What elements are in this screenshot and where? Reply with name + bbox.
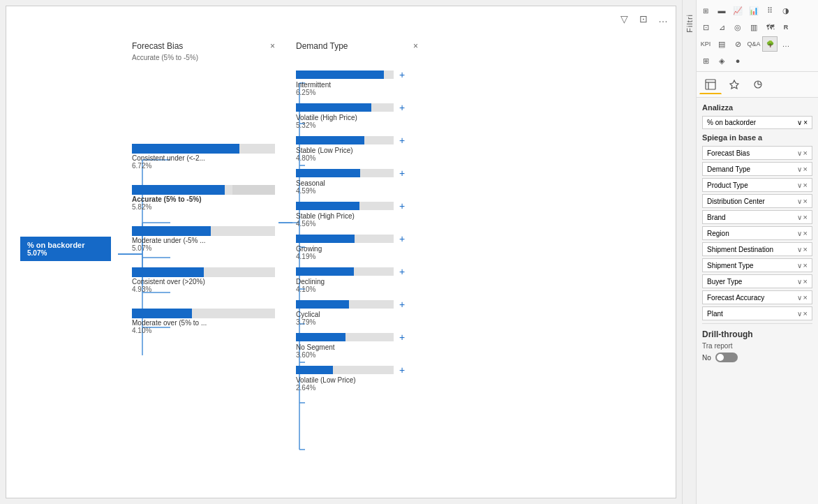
tab-format[interactable] <box>723 75 745 94</box>
clear-icon[interactable]: × <box>803 119 808 126</box>
remove-field-icon[interactable]: × <box>803 277 808 286</box>
sidebar-icon-map[interactable]: 🗺 <box>762 20 778 35</box>
filter-field-product-type[interactable]: Product Type ∨ × <box>702 178 812 192</box>
filtri-label[interactable]: Filtri <box>685 14 694 33</box>
toggle-switch[interactable] <box>715 353 738 362</box>
remove-field-icon[interactable]: × <box>803 181 808 189</box>
demand-item[interactable]: + Growing 4.19% <box>296 233 418 260</box>
demand-label: Seasonal <box>296 179 418 187</box>
demand-expand-icon[interactable]: + <box>399 332 405 343</box>
sidebar-icon-custom3[interactable]: ● <box>730 53 745 68</box>
sidebar-icon-more2[interactable]: … <box>778 36 794 52</box>
demand-item[interactable]: + Cyclical 3.79% <box>296 299 418 326</box>
demand-expand-icon[interactable]: + <box>399 299 405 310</box>
remove-field-icon[interactable]: × <box>803 245 808 253</box>
sidebar-icon-line[interactable]: 📈 <box>730 3 745 18</box>
demand-item[interactable]: + Intermittent 6.25% <box>296 69 418 96</box>
toggle-row: No <box>702 353 812 362</box>
demand-item[interactable]: + Stable (High Price) 4.56% <box>296 200 418 228</box>
chevron-down-icon: ∨ <box>797 119 802 126</box>
demand-item[interactable]: + No Segment 3.60% <box>296 332 418 359</box>
sidebar-icon-area[interactable]: 📊 <box>746 3 761 18</box>
bias-item[interactable]: Moderate under (-5% ... 5.07% <box>132 226 275 252</box>
sidebar-icon-gauge[interactable]: ◎ <box>730 20 745 35</box>
remove-field-icon[interactable]: × <box>803 229 808 237</box>
chevron-icon: ∨ <box>797 230 802 237</box>
demand-expand-icon[interactable]: + <box>399 364 405 376</box>
demand-expand-icon[interactable]: + <box>399 168 405 179</box>
demand-label: Volatile (High Price) <box>296 114 418 121</box>
sidebar-icon-funnel[interactable]: ⊿ <box>714 20 729 35</box>
sidebar-icon-decomp[interactable]: 🌳 <box>762 36 778 52</box>
bias-item[interactable]: Consistent under (<-2... 6.72% <box>132 144 275 170</box>
remove-field-icon[interactable]: × <box>803 197 808 205</box>
demand-item[interactable]: + Volatile (High Price) 5.32% <box>296 102 418 129</box>
filter-field-distribution-center[interactable]: Distribution Center ∨ × <box>702 194 812 208</box>
sidebar-icon-bar[interactable]: ▬ <box>714 3 729 18</box>
demand-expand-icon[interactable]: + <box>399 266 405 277</box>
root-node[interactable]: % on backorder 5.07% <box>20 237 111 261</box>
remove-field-icon[interactable]: × <box>803 261 808 269</box>
bias-item[interactable]: Consistent over (>20%) 4.93% <box>132 267 275 293</box>
demand-type-panel: Demand Type × + Intermittent 6.25% <box>296 41 418 392</box>
bias-item-label: Moderate under (-5% ... <box>132 237 275 244</box>
demand-item[interactable]: + Volatile (Low Price) 2.64% <box>296 364 418 392</box>
sidebar-icon-custom1[interactable]: ⊞ <box>698 53 713 68</box>
remove-field-icon[interactable]: × <box>803 213 808 221</box>
filter-field-region[interactable]: Region ∨ × <box>702 226 812 240</box>
filter-field-buyer-type[interactable]: Buyer Type ∨ × <box>702 274 812 288</box>
bias-item-label: Moderate over (5% to ... <box>132 319 275 327</box>
analyze-field-dropdown[interactable]: % on backorder ∨ × <box>702 116 812 129</box>
sidebar-icon-qanda[interactable]: Q&A <box>746 36 761 52</box>
filter-field-shipment-type[interactable]: Shipment Type ∨ × <box>702 258 812 272</box>
filter-field-plant[interactable]: Plant ∨ × <box>702 306 812 320</box>
demand-item[interactable]: + Stable (Low Price) 4.80% <box>296 135 418 162</box>
sidebar-icon-slicer[interactable]: ▤ <box>714 36 729 52</box>
filter-field-forecast-bias[interactable]: Forecast Bias ∨ × <box>702 146 812 160</box>
sidebar-icon-filter2[interactable]: ⊘ <box>730 36 745 52</box>
filtri-sidebar[interactable]: Filtri <box>682 0 696 504</box>
sidebar-icon-table[interactable]: ⊞ <box>698 3 713 18</box>
demand-label: Intermittent <box>296 81 418 89</box>
forecast-bias-subtitle: Accurate (5% to -5%) <box>132 54 275 61</box>
tab-analytics[interactable] <box>747 75 769 94</box>
filter-field-forecast-accuracy[interactable]: Forecast Accuracy ∨ × <box>702 290 812 304</box>
filter-field-brand[interactable]: Brand ∨ × <box>702 210 812 224</box>
sidebar-icon-custom2[interactable]: ◈ <box>714 53 729 68</box>
demand-expand-icon[interactable]: + <box>399 200 405 212</box>
filter-field-label: Plant <box>707 310 723 318</box>
filter-field-label: Shipment Type <box>707 262 754 269</box>
more-icon[interactable]: … <box>656 12 670 26</box>
bias-item[interactable]: Accurate (5% to -5%) 5.82% <box>132 185 275 211</box>
tab-fields[interactable] <box>699 75 722 94</box>
demand-value: 4.80% <box>296 154 418 162</box>
sidebar-icon-scatter[interactable]: ⠿ <box>762 3 778 18</box>
demand-items-list: + Intermittent 6.25% + Volatile (High Pr… <box>296 57 418 392</box>
demand-expand-icon[interactable]: + <box>399 233 405 244</box>
filter-field-shipment-destination[interactable]: Shipment Destination ∨ × <box>702 242 812 256</box>
sidebar-icon-kpi[interactable]: KPI <box>698 36 713 52</box>
demand-expand-icon[interactable]: + <box>399 69 405 80</box>
bias-item-value: 4.93% <box>132 286 275 293</box>
filter-field-demand-type[interactable]: Demand Type ∨ × <box>702 162 812 176</box>
demand-item[interactable]: + Seasonal 4.59% <box>296 168 418 195</box>
remove-field-icon[interactable]: × <box>803 309 808 318</box>
sidebar-icon-card[interactable]: ▥ <box>746 20 761 35</box>
forecast-bias-close[interactable]: × <box>270 41 275 51</box>
filter-field-label: Forecast Bias <box>707 149 750 157</box>
sidebar-icon-pie[interactable]: ◑ <box>778 3 794 18</box>
bias-item-value: 5.82% <box>132 203 275 211</box>
demand-expand-icon[interactable]: + <box>399 135 405 146</box>
demand-value: 4.19% <box>296 253 418 260</box>
expand-icon[interactable]: ⊡ <box>637 12 650 26</box>
remove-field-icon[interactable]: × <box>803 165 808 173</box>
remove-field-icon[interactable]: × <box>803 149 808 157</box>
bias-item[interactable]: Moderate over (5% to ... 4.10% <box>132 309 275 334</box>
demand-expand-icon[interactable]: + <box>399 102 405 113</box>
filter-icon[interactable]: ▽ <box>617 12 631 26</box>
remove-field-icon[interactable]: × <box>803 293 808 302</box>
demand-item[interactable]: + Declining 4.10% <box>296 266 418 293</box>
demand-panel-close[interactable]: × <box>413 41 418 51</box>
sidebar-icon-r[interactable]: R <box>778 20 794 35</box>
sidebar-icon-treemap[interactable]: ⊡ <box>698 20 713 35</box>
